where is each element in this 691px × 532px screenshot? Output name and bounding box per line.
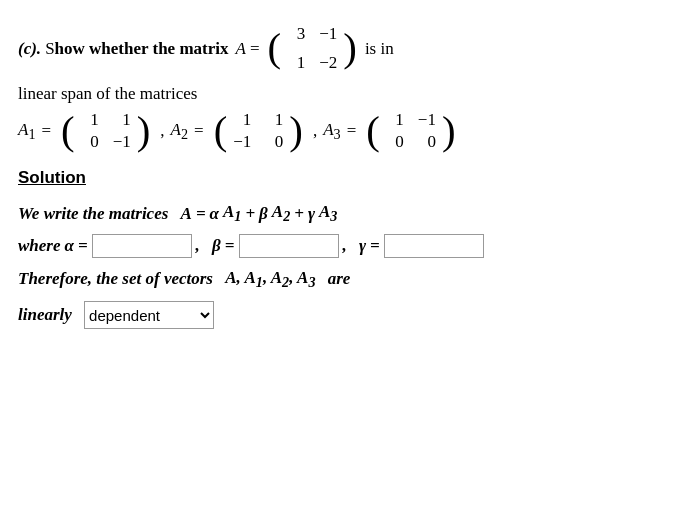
therefore-sub3: 3	[308, 274, 315, 290]
gamma-sym: γ	[308, 204, 315, 223]
therefore-A1: A	[244, 268, 255, 287]
A1-11: −1	[113, 132, 131, 152]
eq1: =	[78, 236, 88, 256]
A2-equals: =	[194, 121, 204, 141]
matrix-A3: ( 1 −1 0 0 )	[366, 108, 455, 154]
alpha-where: α	[65, 236, 74, 255]
A1-equals: =	[41, 121, 51, 141]
A2-label: A2	[171, 120, 188, 143]
linearly-text: linearly	[18, 305, 72, 324]
comma-2: ,	[313, 121, 317, 141]
matrices-row: A1 = ( 1 1 0 −1 ) , A2 = ( 1 1 −1 0 ) , …	[18, 108, 669, 154]
left-paren: (	[268, 28, 282, 69]
matrix-A1: ( 1 1 0 −1 )	[61, 108, 150, 154]
we-write-A: A	[181, 204, 192, 223]
A3-sym: A	[319, 202, 330, 221]
is-in-text: is in	[365, 35, 394, 62]
beta-sym: β	[259, 204, 268, 223]
eq2: =	[225, 236, 235, 256]
A1-right-paren: )	[137, 111, 151, 152]
A3-10: 0	[386, 132, 404, 152]
A1-sub-sym: 1	[234, 209, 241, 225]
A1-left-paren: (	[61, 111, 75, 152]
A3-label: A3	[323, 120, 340, 143]
cell-00: 3	[287, 20, 305, 47]
beta-input[interactable]	[239, 234, 339, 258]
A2-sub-sym: 2	[283, 209, 290, 225]
A3-sub-sym: 3	[330, 209, 337, 225]
therefore-line: Therefore, the set of vectors A, A1, A2,…	[18, 268, 669, 291]
therefore-text: Therefore, the set of vectors	[18, 269, 213, 288]
A2-11: 0	[265, 132, 283, 152]
A2-right-paren: )	[289, 111, 303, 152]
part-label: (c).	[18, 35, 41, 62]
matrix-A1-grid: 1 1 0 −1	[77, 108, 135, 154]
solution-header: Solution	[18, 168, 669, 188]
therefore-sub1: 1	[256, 274, 263, 290]
where-text: where	[18, 236, 61, 255]
A1-00: 1	[81, 110, 99, 130]
gamma-input[interactable]	[384, 234, 484, 258]
A2-10: −1	[233, 132, 251, 152]
A3-left-paren: (	[366, 111, 380, 152]
gamma-where: γ	[359, 236, 366, 255]
A3-equals: =	[347, 121, 357, 141]
matrix-A-grid: 3 −1 1 −2	[283, 18, 341, 78]
therefore-are: are	[328, 269, 351, 288]
A2-00: 1	[233, 110, 251, 130]
cell-01: −1	[319, 20, 337, 47]
right-paren: )	[343, 28, 357, 69]
we-write-line: We write the matrices A = α A1 + β A2 + …	[18, 202, 669, 225]
therefore-sub2: 2	[282, 274, 289, 290]
A1-label: A1	[18, 120, 35, 143]
A1-01: 1	[113, 110, 131, 130]
beta-where: β	[212, 236, 221, 255]
cell-10: 1	[287, 49, 305, 76]
alpha-sym: α	[210, 204, 219, 223]
equals-sign: =	[250, 35, 260, 62]
plus1: +	[245, 204, 255, 224]
part-c-header: (c). Show whether the matrix A = ( 3 −1 …	[18, 18, 669, 78]
eq3: =	[370, 236, 380, 256]
matrix-A: ( 3 −1 1 −2 )	[268, 18, 357, 78]
A3-01: −1	[418, 110, 436, 130]
we-write-text: We write the matrices	[18, 204, 168, 224]
matrix-A3-grid: 1 −1 0 0	[382, 108, 440, 154]
A3-right-paren: )	[442, 111, 456, 152]
var-A-main: A	[233, 35, 246, 62]
linearly-select[interactable]: dependent independent	[84, 301, 214, 329]
therefore-A: A	[225, 268, 236, 287]
we-write-eq: =	[196, 204, 206, 224]
where-line: where α = , β = , γ =	[18, 234, 669, 258]
comma-alpha: ,	[196, 236, 200, 256]
linear-span-text: linear span of the matrices	[18, 84, 669, 104]
A2-left-paren: (	[214, 111, 228, 152]
cell-11: −2	[319, 49, 337, 76]
A3-11: 0	[418, 132, 436, 152]
therefore-A3: A	[297, 268, 308, 287]
therefore-A2: A	[271, 268, 282, 287]
matrix-A2: ( 1 1 −1 0 )	[214, 108, 303, 154]
alpha-input[interactable]	[92, 234, 192, 258]
A1-10: 0	[81, 132, 99, 152]
plus2: +	[294, 204, 304, 224]
comma-beta: ,	[343, 236, 347, 256]
A3-00: 1	[386, 110, 404, 130]
matrix-A2-grid: 1 1 −1 0	[229, 108, 287, 154]
A2-01: 1	[265, 110, 283, 130]
comma-1: ,	[160, 121, 164, 141]
linearly-line: linearly dependent independent	[18, 301, 669, 329]
A1-sym: A	[223, 202, 234, 221]
show-text: Show whether the matrix	[45, 35, 228, 62]
A2-sym: A	[272, 202, 283, 221]
